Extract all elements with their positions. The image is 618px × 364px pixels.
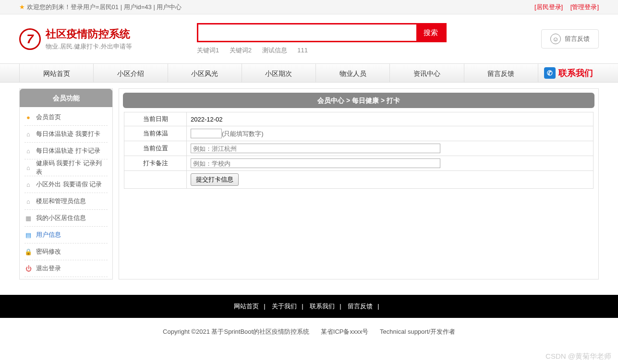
keyword-link[interactable]: 111: [297, 47, 308, 54]
sidebar-item-label: 小区外出 我要请假 记录: [36, 180, 102, 189]
logo-icon: 7: [19, 28, 41, 50]
main-nav: 网站首页 小区介绍 小区风光 小区期次 物业人员 资讯中心 留言反馈 ✆ 联系我…: [0, 63, 618, 83]
sidebar-item-label: 会员首页: [36, 113, 61, 121]
sidebar-header: 会员功能: [20, 89, 112, 107]
loc-label: 当前位置: [124, 141, 187, 156]
site-subtitle: 物业.居民.健康打卡.外出申请等: [46, 42, 132, 51]
logo-area[interactable]: 7 社区疫情防控系统 物业.居民.健康打卡.外出申请等: [19, 27, 197, 51]
sidebar-item-home[interactable]: ●会员首页: [24, 109, 108, 126]
submit-button[interactable]: 提交打卡信息: [191, 173, 239, 186]
sidebar-item-label: 退出登录: [36, 264, 61, 273]
date-label: 当前日期: [124, 112, 187, 126]
phone-icon: ✆: [544, 67, 556, 79]
power-icon: ⏻: [24, 265, 32, 272]
lock-icon: 🔒: [24, 248, 32, 255]
site-title: 社区疫情防控系统: [46, 27, 132, 41]
footer-nav: 网站首页| 关于我们| 联系我们| 留言反馈|: [0, 295, 618, 318]
home-icon: ●: [24, 113, 32, 121]
headset-icon: ☺: [550, 34, 561, 44]
feedback-button[interactable]: ☺ 留言反馈: [541, 29, 599, 49]
topbar-right: [居民登录] [管理登录]: [529, 0, 599, 14]
temp-input[interactable]: [191, 129, 222, 138]
search-keywords: 关键词1 关键词2 测试信息 111: [197, 46, 541, 55]
sidebar-item-checkin[interactable]: ⌂每日体温轨迹 我要打卡: [24, 126, 108, 143]
topbar: ★ 欢迎您的到来！登录用户=居民01 | 用户id=43 | 用户中心 [居民登…: [0, 0, 618, 14]
nav-intro[interactable]: 小区介绍: [94, 64, 168, 82]
breadcrumb: 会员中心 > 每日健康 > 打卡: [123, 93, 594, 108]
search-box: 搜索: [197, 23, 447, 42]
sidebar: 会员功能 ●会员首页 ⌂每日体温轨迹 我要打卡 ⌂每日体温轨迹 打卡记录 ⌂健康…: [19, 88, 113, 279]
star-icon: ★: [19, 0, 25, 14]
temp-label: 当前体温: [124, 126, 187, 141]
sidebar-item-label: 楼层和管理员信息: [36, 197, 86, 206]
search-area: 搜索 关键词1 关键词2 测试信息 111: [197, 23, 541, 55]
welcome-text[interactable]: 欢迎您的到来！登录用户=居民01 | 用户id=43 | 用户中心: [27, 0, 182, 14]
support-text: Technical support/开发作者: [380, 328, 455, 335]
submit-label-cell: [124, 171, 187, 189]
copyright-text: Copyright ©2021 基于SprintBoot的社区疫情防控系统: [163, 328, 309, 335]
form-row-temp: 当前体温 (只能填写数字): [124, 126, 594, 141]
sidebar-item-label: 每日体温轨迹 我要打卡: [36, 130, 100, 138]
keyword-link[interactable]: 关键词1: [197, 47, 219, 54]
house-icon: ⌂: [24, 197, 32, 205]
nav-scenery[interactable]: 小区风光: [168, 64, 242, 82]
house-icon: ⌂: [24, 164, 32, 171]
document-icon: ▤: [24, 231, 32, 239]
house-icon: ⌂: [24, 181, 32, 188]
nav-phase[interactable]: 小区期次: [242, 64, 316, 82]
footer-link-home[interactable]: 网站首页: [234, 303, 259, 310]
note-label: 打卡备注: [124, 156, 187, 171]
main: 会员功能 ●会员首页 ⌂每日体温轨迹 我要打卡 ⌂每日体温轨迹 打卡记录 ⌂健康…: [0, 83, 618, 285]
nav-feedback[interactable]: 留言反馈: [464, 64, 538, 82]
feedback-label: 留言反馈: [565, 35, 590, 43]
sidebar-item-label: 健康码 我要打卡 记录列表: [36, 159, 108, 176]
form-row-note: 打卡备注: [124, 156, 594, 171]
icp-text: 某省ICP备xxxx号: [321, 328, 369, 335]
nav-news[interactable]: 资讯中心: [390, 64, 464, 82]
sidebar-item-label: 用户信息: [36, 231, 61, 239]
sidebar-item-label: 每日体温轨迹 打卡记录: [36, 146, 100, 155]
sidebar-item-userinfo[interactable]: ▤用户信息: [24, 227, 108, 243]
keyword-link[interactable]: 关键词2: [230, 47, 252, 54]
sidebar-item-label: 密码修改: [36, 247, 61, 256]
admin-login-link[interactable]: [管理登录]: [570, 3, 599, 11]
content: 会员中心 > 每日健康 > 打卡 当前日期 2022-12-02 当前体温 (只…: [119, 88, 599, 279]
footer-link-feedback[interactable]: 留言反馈: [348, 303, 373, 310]
sidebar-item-password[interactable]: 🔒密码修改: [24, 243, 108, 260]
sidebar-item-healthcode[interactable]: ⌂健康码 我要打卡 记录列表: [24, 159, 108, 176]
sidebar-item-leave[interactable]: ⌂小区外出 我要请假 记录: [24, 176, 108, 193]
grid-icon: ▦: [24, 214, 32, 222]
form-row-submit: 提交打卡信息: [124, 171, 594, 189]
date-value: 2022-12-02: [187, 112, 594, 126]
nav-home[interactable]: 网站首页: [19, 64, 94, 82]
footer-copyright: Copyright ©2021 基于SprintBoot的社区疫情防控系统 某省…: [0, 318, 618, 351]
sidebar-item-residence[interactable]: ▦我的小区居住信息: [24, 210, 108, 227]
footer-link-contact[interactable]: 联系我们: [310, 303, 335, 310]
sidebar-item-logout[interactable]: ⏻退出登录: [24, 260, 108, 277]
search-input[interactable]: [198, 24, 416, 41]
sidebar-item-label: 我的小区居住信息: [36, 214, 86, 222]
note-input[interactable]: [191, 158, 440, 168]
form-row-loc: 当前位置: [124, 141, 594, 156]
temp-hint: (只能填写数字): [222, 130, 264, 137]
footer-link-about[interactable]: 关于我们: [272, 303, 297, 310]
topbar-welcome: ★ 欢迎您的到来！登录用户=居民01 | 用户id=43 | 用户中心: [19, 0, 182, 14]
checkin-form: 当前日期 2022-12-02 当前体温 (只能填写数字) 当前位置 打卡备注 …: [124, 112, 594, 189]
search-button[interactable]: 搜索: [416, 24, 445, 41]
header: 7 社区疫情防控系统 物业.居民.健康打卡.外出申请等 搜索 关键词1 关键词2…: [0, 14, 618, 63]
house-icon: ⌂: [24, 147, 32, 155]
sidebar-item-floor[interactable]: ⌂楼层和管理员信息: [24, 193, 108, 210]
form-row-date: 当前日期 2022-12-02: [124, 112, 594, 126]
resident-login-link[interactable]: [居民登录]: [534, 3, 563, 11]
sidebar-list: ●会员首页 ⌂每日体温轨迹 我要打卡 ⌂每日体温轨迹 打卡记录 ⌂健康码 我要打…: [20, 107, 112, 279]
nav-contact[interactable]: ✆ 联系我们: [538, 64, 599, 82]
keyword-link[interactable]: 测试信息: [262, 47, 287, 54]
sidebar-item-records[interactable]: ⌂每日体温轨迹 打卡记录: [24, 143, 108, 159]
house-icon: ⌂: [24, 130, 32, 138]
nav-contact-label: 联系我们: [558, 67, 593, 79]
nav-staff[interactable]: 物业人员: [316, 64, 390, 82]
location-input[interactable]: [191, 144, 440, 153]
